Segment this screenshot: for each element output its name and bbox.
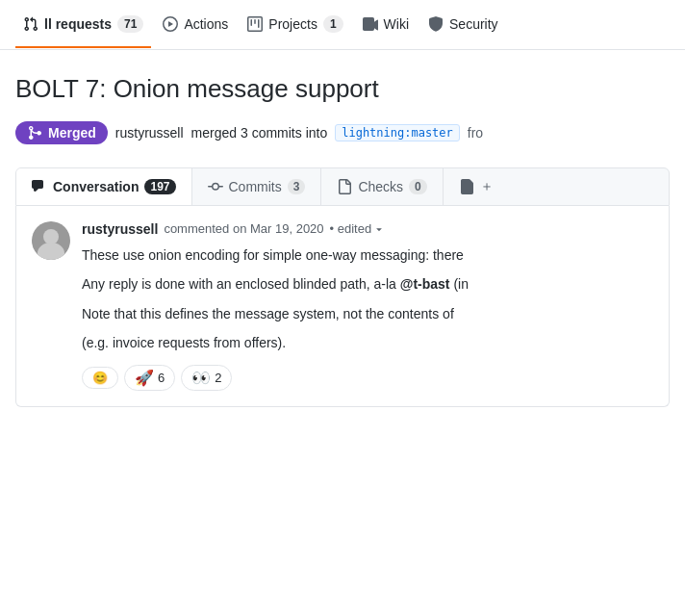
eyes-count: 2	[215, 371, 221, 385]
merged-badge-label: Merged	[48, 125, 96, 141]
files-icon	[459, 179, 474, 194]
security-icon	[428, 16, 444, 32]
rocket-reaction-button[interactable]: 🚀 6	[124, 365, 175, 391]
wiki-icon	[363, 16, 378, 32]
merged-badge: Merged	[15, 121, 108, 144]
pr-target-branch[interactable]: lightning:master	[335, 124, 460, 141]
chevron-down-icon	[373, 223, 385, 235]
tab-conversation-badge: 197	[144, 179, 175, 194]
comment-container: rustyrussell commented on Mar 19, 2020 •…	[16, 206, 669, 407]
pr-meta-row: Merged rustyrussell merged 3 commits int…	[15, 121, 670, 144]
nav-actions[interactable]: Actions	[155, 3, 236, 47]
edited-label: • edited	[330, 221, 372, 236]
actions-icon	[163, 16, 178, 32]
nav-projects-label: Projects	[268, 16, 317, 32]
tab-files-label: ＋	[480, 178, 494, 195]
rocket-icon: 🚀	[135, 369, 154, 387]
conversation-icon	[32, 179, 47, 194]
comment-line-1: These use onion encoding for simple one-…	[82, 244, 653, 266]
avatar	[32, 221, 70, 260]
smiley-icon: 😊	[92, 371, 108, 385]
tab-commits[interactable]: Commits 3	[192, 168, 322, 205]
tab-commits-badge: 3	[288, 179, 306, 194]
pr-author: rustyrussell	[115, 125, 184, 141]
comment-line-4: (e.g. invoice requests from offers).	[82, 332, 653, 353]
comment-author[interactable]: rustyrussell	[82, 221, 158, 237]
comment-text: These use onion encoding for simple one-…	[82, 244, 653, 354]
nav-wiki-label: Wiki	[384, 16, 409, 32]
comment-mention[interactable]: @t-bast	[400, 276, 450, 292]
merge-icon	[27, 125, 42, 141]
nav-projects[interactable]: Projects 1	[240, 2, 350, 48]
tab-conversation-label: Conversation	[53, 179, 139, 194]
pr-action: merged 3 commits into	[191, 125, 328, 141]
tab-commits-label: Commits	[229, 179, 282, 194]
pr-title: BOLT 7: Onion message support	[15, 73, 670, 106]
commits-icon	[208, 179, 223, 194]
nav-security-label: Security	[449, 16, 498, 32]
tabs-bar: Conversation 197 Commits 3 Checks 0 ＋	[15, 167, 670, 206]
nav-pull-requests-badge: 71	[117, 15, 143, 33]
nav-security[interactable]: Security	[420, 3, 506, 47]
comment-timestamp: commented on Mar 19, 2020	[164, 221, 323, 236]
rocket-count: 6	[158, 371, 165, 385]
nav-pull-requests-label: ll requests	[44, 16, 112, 32]
pr-from-text: fro	[468, 125, 483, 141]
comment-body: rustyrussell commented on Mar 19, 2020 •…	[82, 221, 653, 392]
add-reaction-button[interactable]: 😊	[82, 367, 118, 389]
comment-header: rustyrussell commented on Mar 19, 2020 •…	[82, 221, 653, 237]
projects-icon	[247, 16, 263, 32]
page-content: BOLT 7: Onion message support Merged rus…	[0, 50, 685, 423]
edited-dropdown[interactable]: • edited	[330, 221, 386, 236]
top-navigation: ll requests 71 Actions Projects 1 Wiki S…	[0, 0, 685, 50]
eyes-icon: 👀	[191, 369, 211, 387]
nav-projects-badge: 1	[323, 15, 343, 33]
tab-conversation[interactable]: Conversation 197	[16, 168, 192, 206]
checks-icon	[337, 179, 352, 194]
reactions-row: 😊 🚀 6 👀 2	[82, 365, 653, 391]
comment-line-2: Any reply is done with an enclosed blind…	[82, 273, 653, 295]
tab-checks-badge: 0	[409, 179, 427, 194]
pr-icon	[23, 16, 38, 32]
nav-wiki[interactable]: Wiki	[355, 3, 417, 47]
tab-checks[interactable]: Checks 0	[321, 168, 443, 205]
comment-area: rustyrussell commented on Mar 19, 2020 •…	[15, 206, 670, 408]
comment-line-3: Note that this defines the message syste…	[82, 303, 653, 324]
tab-checks-label: Checks	[358, 179, 403, 194]
tab-files[interactable]: ＋	[444, 168, 509, 205]
nav-pull-requests[interactable]: ll requests 71	[15, 2, 151, 48]
nav-actions-label: Actions	[184, 16, 228, 32]
eyes-reaction-button[interactable]: 👀 2	[181, 365, 232, 391]
